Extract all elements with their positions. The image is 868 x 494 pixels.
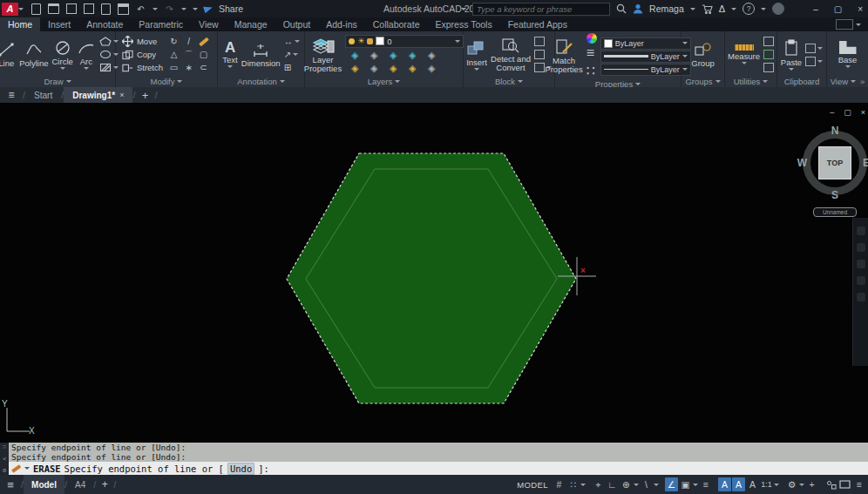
measure-caret-icon[interactable] [742,62,747,64]
text-button[interactable]: A Text [222,41,237,68]
polar-caret-icon[interactable] [634,484,639,486]
autodesk-caret-icon[interactable] [731,8,736,10]
array-icon[interactable]: ∗ [185,63,192,72]
leader-caret-icon[interactable] [293,53,298,56]
insert-caret-icon[interactable] [474,68,479,71]
block-panel-label[interactable]: Block [464,76,554,87]
minimize-button[interactable]: – [813,4,818,14]
leader-button[interactable]: ↗ [284,49,300,60]
redo-caret-icon[interactable] [181,8,186,10]
tab-annotate[interactable]: Annotate [78,17,131,31]
qat-customize-caret-icon[interactable] [193,8,198,10]
layer-current-icon[interactable]: ◈ [390,63,397,74]
pan-icon[interactable] [857,243,865,252]
circle-caret-icon[interactable] [60,67,65,70]
snap-toggle-icon[interactable]: ∷ [566,477,580,491]
tab-collaborate[interactable]: Collaborate [365,17,428,31]
ortho-toggle-icon[interactable]: ∟ [606,477,619,491]
file-tabs-menu-icon[interactable]: ≡ [0,87,23,103]
isolate-objects-icon[interactable] [824,477,837,491]
tab-insert[interactable]: Insert [40,17,78,31]
scale-caret-icon[interactable] [774,484,779,486]
share-icon[interactable] [203,4,214,14]
linear-caret-icon[interactable] [295,40,300,43]
status-customize-menu-icon[interactable]: ≡ [852,477,865,491]
polyline-button[interactable]: Polyline [19,42,48,68]
new-file-icon[interactable] [31,4,42,14]
user-name[interactable]: Remaga [649,3,684,14]
drawing-close-icon[interactable]: × [861,108,865,117]
id-point-button[interactable] [763,49,774,60]
draw-panel-label[interactable]: Draw [0,76,115,87]
view-panel-label[interactable]: View » [827,76,868,87]
paste-caret-icon[interactable] [789,68,794,71]
clean-screen-icon[interactable] [838,477,851,491]
search-icon[interactable] [616,3,627,14]
command-input-line[interactable]: ERASE Specify endpoint of line or [ Undo… [9,462,868,475]
layout-a4-tab[interactable]: A4 [67,475,93,494]
open-file-icon[interactable] [48,4,59,14]
save-as-icon[interactable] [83,4,94,14]
isometric-drafting-icon[interactable]: \ [640,477,653,491]
search-input[interactable] [472,3,610,16]
search-options-caret-icon[interactable] [461,8,466,10]
layers-panel-label[interactable]: Layers [305,76,463,87]
orbit-icon[interactable] [857,276,865,285]
layer-lock-tool-icon[interactable]: ◈ [409,50,416,61]
scale-icon[interactable]: ▭ [170,63,178,72]
copy-button[interactable]: Copy [122,48,163,61]
detect-convert-button[interactable]: Detect and Convert [491,37,531,72]
undo-caret-icon[interactable] [153,8,158,10]
linetype-select[interactable]: ByLayer [600,64,691,76]
customization-plus-icon[interactable]: + [805,477,818,491]
new-drawing-tab-button[interactable]: + [135,87,154,103]
dimension-button[interactable]: Dimension [241,42,281,68]
navigation-bar[interactable] [852,218,868,366]
undo-icon[interactable]: ↶ [135,4,146,14]
ribbon-overflow-icon[interactable]: » [860,77,865,86]
compass-north[interactable]: N [831,125,839,137]
viewcube-compass-ring[interactable]: N S W E TOP [803,131,867,195]
paste-button[interactable]: Paste [781,39,802,71]
mirror-icon[interactable]: △ [171,50,178,59]
compass-east[interactable]: E [863,157,868,169]
stretch-button[interactable]: Stretch [122,61,163,74]
snap-caret-icon[interactable] [580,484,586,486]
object-snap-icon[interactable]: ▣ [679,477,692,491]
copy-clip-button[interactable] [805,56,823,67]
save-icon[interactable] [65,4,77,14]
drawing1-close-icon[interactable]: × [119,91,124,99]
insert-button[interactable]: Insert [466,39,487,71]
autodesk-logo-icon[interactable]: Δ [719,3,725,14]
help-icon[interactable]: ? [743,3,755,15]
osnap-caret-icon[interactable] [693,484,698,486]
layer-properties-button[interactable]: Layer Properties [304,36,342,73]
command-history-icon[interactable]: ∷ [3,443,6,450]
layer-dropdown-caret-icon[interactable] [455,40,460,43]
quick-select-button[interactable] [763,36,774,47]
cut-button[interactable] [805,43,823,54]
command-caret-icon[interactable] [24,467,30,470]
undo-option-chip[interactable]: Undo [227,463,254,475]
tab-home[interactable]: Home [0,17,40,31]
arc-button[interactable]: Arc [77,40,96,70]
layer-off-icon[interactable]: ◈ [390,50,397,61]
line-button[interactable]: Line [0,42,16,68]
compass-west[interactable]: W [797,157,807,169]
tab-add-ins[interactable]: Add-ins [318,17,365,31]
user-icon[interactable] [633,3,643,14]
trim-icon[interactable]: / [187,37,190,46]
zoom-icon[interactable] [857,260,865,268]
gear-caret-icon[interactable] [799,484,804,486]
viewcube[interactable]: N S W E TOP Unnamed [801,122,868,217]
tab-view[interactable]: View [191,17,227,31]
table-button[interactable]: ⊞ [284,62,300,73]
plot-icon[interactable] [118,4,129,14]
layer-unlock-icon[interactable]: ◈ [409,63,416,74]
viewcube-top-face[interactable]: TOP [818,146,851,179]
erase-icon[interactable] [199,37,209,46]
lineweight-toggle-icon[interactable]: ≡ [699,477,712,491]
cart-icon[interactable] [702,4,713,14]
command-customize-icon[interactable]: ⚙ [3,467,6,474]
arc-caret-icon[interactable] [84,67,89,70]
